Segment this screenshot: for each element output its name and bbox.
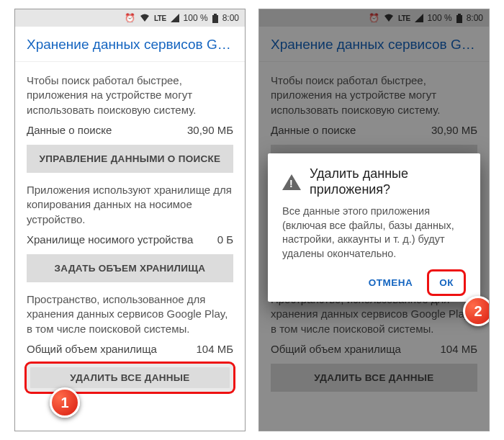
- signal-icon: [171, 14, 179, 22]
- svg-rect-0: [214, 14, 217, 15]
- battery-icon: [212, 14, 218, 23]
- phone-right: ⏰ LTE 100 % 8:00 Хранение данных сервисо…: [258, 9, 490, 431]
- warning-icon: [282, 174, 301, 190]
- wifi-icon: [140, 14, 150, 22]
- play-description: Пространство, использованное для хранени…: [27, 292, 233, 336]
- network-label: LTE: [154, 14, 166, 22]
- clear-all-data-button[interactable]: УДАЛИТЬ ВСЕ ДАННЫЕ: [27, 364, 233, 392]
- page-title: Хранение данных сервисов Goo…: [15, 27, 245, 62]
- manage-search-button[interactable]: УПРАВЛЕНИЕ ДАННЫМИ О ПОИСКЕ: [27, 145, 233, 173]
- total-storage-value: 104 МБ: [196, 342, 233, 356]
- battery-percent: 100 %: [184, 13, 208, 23]
- status-bar: ⏰ LTE 100 % 8:00: [15, 9, 245, 27]
- wearable-description: Приложения используют хранилище для копи…: [27, 183, 233, 227]
- alarm-icon: ⏰: [125, 13, 135, 23]
- search-data-row: Данные о поиске 30,90 МБ: [27, 123, 233, 138]
- wearable-storage-row: Хранилище носимого устройства 0 Б: [27, 233, 233, 247]
- total-storage-label: Общий объем хранилища: [27, 342, 157, 356]
- confirm-dialog: Удалить данные приложения? Все данные эт…: [268, 153, 480, 302]
- ok-button[interactable]: ОК: [427, 269, 466, 296]
- step-badge-2: 2: [463, 296, 490, 326]
- cancel-button[interactable]: ОТМЕНА: [359, 271, 423, 294]
- dialog-title: Удалить данные приложения?: [310, 166, 466, 197]
- wearable-storage-label: Хранилище носимого устройства: [27, 233, 193, 247]
- svg-rect-1: [212, 15, 218, 23]
- wearable-storage-value: 0 Б: [217, 233, 233, 247]
- search-description: Чтобы поиск работал быстрее, приложения …: [27, 73, 233, 117]
- set-storage-button[interactable]: ЗАДАТЬ ОБЪЕМ ХРАНИЛИЩА: [27, 254, 233, 282]
- search-data-value: 30,90 МБ: [187, 123, 233, 138]
- clock: 8:00: [222, 13, 239, 23]
- dialog-body: Все данные этого приложения (включая все…: [282, 205, 466, 261]
- phone-left: ⏰ LTE 100 % 8:00 Хранение данных сервисо…: [14, 9, 246, 431]
- search-data-label: Данные о поиске: [27, 123, 112, 138]
- total-storage-row: Общий объем хранилища 104 МБ: [27, 342, 233, 356]
- page-content: Чтобы поиск работал быстрее, приложения …: [15, 62, 245, 431]
- step-badge-1: 1: [50, 387, 80, 418]
